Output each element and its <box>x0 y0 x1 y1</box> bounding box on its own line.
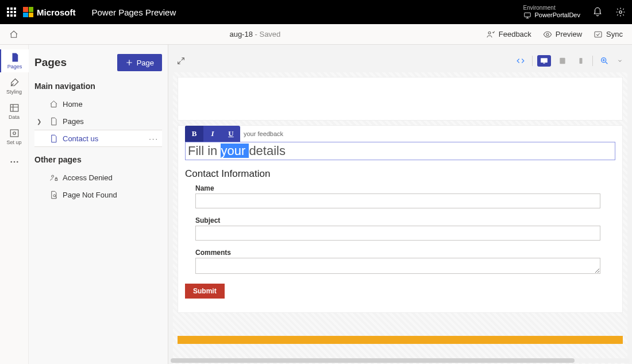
underline-button[interactable]: U <box>222 126 240 142</box>
svg-point-2 <box>488 32 491 34</box>
desktop-icon <box>539 57 549 65</box>
app-launcher-icon[interactable] <box>7 7 16 17</box>
toolbar-context-label: your feedback <box>244 130 283 137</box>
add-page-button[interactable]: Page <box>117 54 162 71</box>
nav-item-not-found[interactable]: Page Not Found <box>34 186 162 203</box>
form-body: Contact Information Name Subject Comment… <box>178 160 622 276</box>
bold-button[interactable]: B <box>185 126 203 142</box>
notifications-button[interactable] <box>592 6 603 18</box>
rail-pages[interactable]: Pages <box>0 49 29 72</box>
code-view-button[interactable] <box>514 55 527 67</box>
ellipsis-icon <box>9 157 20 167</box>
bell-icon <box>592 7 603 17</box>
zoom-dropdown[interactable] <box>616 55 624 67</box>
page-icon <box>10 52 20 63</box>
canvas-section-footer[interactable] <box>178 336 623 344</box>
input-name[interactable] <box>195 193 600 208</box>
italic-button[interactable]: I <box>203 126 222 142</box>
settings-button[interactable] <box>615 6 626 18</box>
field-name: Name <box>195 184 600 208</box>
canvas-section-form[interactable]: B I U your feedback Fill in your details… <box>178 125 623 313</box>
page-search-icon <box>49 191 58 199</box>
toolbar-separator <box>532 56 533 66</box>
svg-rect-6 <box>10 130 18 137</box>
mobile-icon <box>577 57 584 65</box>
app-title: Power Pages Preview <box>92 7 176 17</box>
chevron-down-icon <box>617 58 623 64</box>
canvas-toolbar <box>514 55 624 67</box>
svg-point-11 <box>52 175 54 177</box>
microsoft-logo: Microsoft <box>23 7 76 17</box>
submit-button[interactable]: Submit <box>185 284 225 299</box>
left-rail: Pages Styling Data Set up <box>0 45 29 364</box>
home-icon <box>9 30 18 39</box>
label-comments: Comments <box>195 249 600 257</box>
svg-rect-16 <box>580 58 583 64</box>
canvas-section-blank[interactable] <box>178 77 623 121</box>
feedback-icon <box>486 30 495 39</box>
document-title: aug-18 - Saved <box>229 30 280 38</box>
nav-item-contact[interactable]: Contact us ··· <box>34 130 162 147</box>
svg-rect-15 <box>560 58 565 64</box>
tablet-view-button[interactable] <box>556 55 569 67</box>
scrollbar-thumb[interactable] <box>171 358 575 363</box>
label-name: Name <box>195 184 600 192</box>
environment-label: Environment <box>523 5 580 11</box>
eye-icon <box>543 30 552 39</box>
preview-button[interactable]: Preview <box>543 30 582 39</box>
home-button[interactable] <box>9 30 18 39</box>
heading-text-post: details <box>249 144 286 158</box>
editable-heading[interactable]: Fill in your details <box>185 142 615 160</box>
label-subject: Subject <box>195 216 600 224</box>
home-icon <box>49 100 58 109</box>
sync-button[interactable]: Sync <box>594 30 623 39</box>
svg-point-8 <box>10 161 12 163</box>
rail-setup[interactable]: Set up <box>0 125 29 148</box>
mobile-view-button[interactable] <box>574 55 588 67</box>
zoom-button[interactable] <box>598 55 611 67</box>
nav-item-pages[interactable]: ❯ Pages <box>34 113 162 130</box>
svg-point-7 <box>13 132 16 135</box>
setup-icon <box>9 128 20 138</box>
panel-title: Pages <box>34 56 67 69</box>
svg-point-10 <box>16 161 18 163</box>
rail-more[interactable] <box>0 150 29 173</box>
svg-rect-14 <box>543 63 545 64</box>
input-subject[interactable] <box>195 226 600 241</box>
text-format-toolbar: B I U your feedback <box>185 126 283 142</box>
svg-rect-4 <box>595 32 602 37</box>
nav-item-access-denied[interactable]: Access Denied <box>34 169 162 186</box>
svg-point-3 <box>546 33 549 36</box>
zoom-icon <box>600 56 609 65</box>
heading-text-selected: your <box>221 144 249 158</box>
field-subject: Subject <box>195 216 600 241</box>
svg-rect-5 <box>10 104 18 111</box>
feedback-button[interactable]: Feedback <box>486 30 531 39</box>
chevron-right-icon[interactable]: ❯ <box>37 118 41 125</box>
saved-indicator: - Saved <box>253 30 280 38</box>
brand-text: Microsoft <box>37 7 76 17</box>
page-icon <box>49 117 58 126</box>
rail-styling[interactable]: Styling <box>0 75 29 98</box>
environment-picker[interactable]: Environment PowerPortalDev <box>523 5 580 20</box>
input-comments[interactable] <box>195 258 600 274</box>
svg-point-9 <box>13 161 15 163</box>
desktop-view-button[interactable] <box>537 55 551 67</box>
code-icon <box>516 57 525 65</box>
nav-item-home[interactable]: Home <box>34 95 162 113</box>
rail-data[interactable]: Data <box>0 100 29 123</box>
field-comments: Comments <box>195 249 600 276</box>
item-more-button[interactable]: ··· <box>149 134 159 143</box>
canvas-expand-button[interactable] <box>176 56 186 65</box>
document-name: aug-18 <box>229 30 252 38</box>
form-section-title: Contact Information <box>185 168 611 180</box>
expand-icon <box>176 56 186 65</box>
other-pages-heading: Other pages <box>34 155 162 164</box>
svg-rect-0 <box>524 13 530 17</box>
pages-panel: Pages Page Main navigation Home ❯ Pages … <box>29 45 168 364</box>
global-header: Microsoft Power Pages Preview Environmen… <box>0 0 632 24</box>
plus-icon <box>125 59 133 67</box>
design-canvas[interactable]: B I U your feedback Fill in your details… <box>173 72 627 364</box>
gear-icon <box>615 7 626 17</box>
horizontal-scrollbar[interactable] <box>171 358 630 363</box>
